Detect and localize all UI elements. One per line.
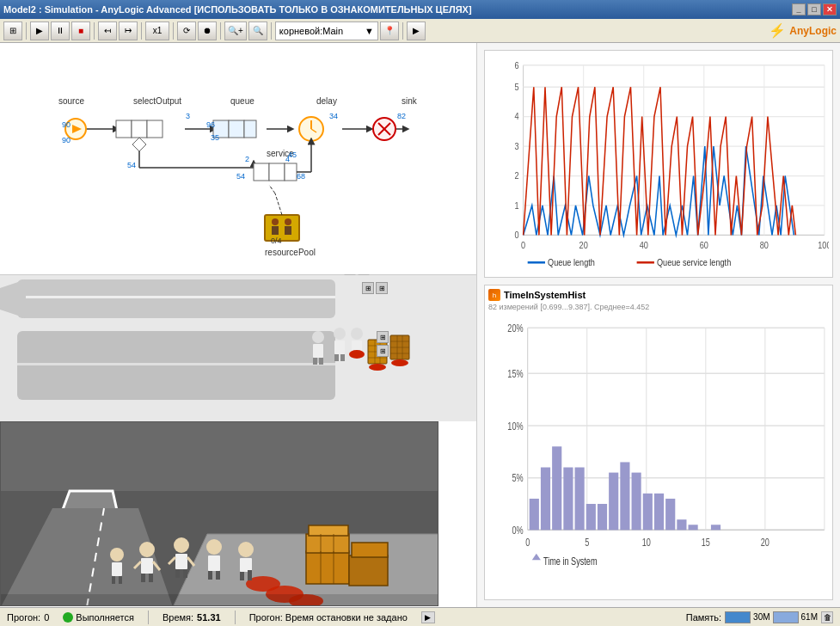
svg-text:1: 1 <box>514 200 518 211</box>
memory-status: Память: 30M 61M 🗑 <box>686 611 833 623</box>
svg-point-29 <box>272 218 279 225</box>
svg-rect-119 <box>119 576 122 584</box>
memory-label: Память: <box>686 612 721 623</box>
status-text: Выполняется <box>76 612 134 623</box>
svg-text:0%: 0% <box>512 523 523 536</box>
executing-status: Выполняется <box>63 612 134 623</box>
svg-rect-85 <box>306 534 349 553</box>
svg-text:10: 10 <box>642 535 651 548</box>
back-step-button[interactable]: ↤ <box>98 21 117 40</box>
svg-rect-23 <box>254 163 269 181</box>
maximize-button[interactable]: □ <box>807 3 821 15</box>
main-area: source selectOutput queue delay sink ser… <box>0 43 840 607</box>
svg-text:2: 2 <box>245 155 249 163</box>
speed-selector[interactable]: x1 <box>145 21 169 40</box>
svg-text:20: 20 <box>579 240 588 250</box>
svg-rect-177 <box>563 468 573 531</box>
svg-rect-92 <box>352 543 388 557</box>
histogram-title: TimeInSystemHist <box>504 290 586 300</box>
svg-text:34: 34 <box>329 112 338 120</box>
svg-rect-24 <box>269 163 285 181</box>
svg-text:40: 40 <box>640 240 648 250</box>
queue-chart: 0 1 2 3 4 5 6 0 20 40 60 80 100 <box>484 50 833 278</box>
svg-point-108 <box>206 539 222 555</box>
svg-point-116 <box>110 548 124 562</box>
3d-view[interactable] <box>0 421 438 606</box>
svg-rect-120 <box>1 594 438 606</box>
svg-text:15: 15 <box>702 535 710 548</box>
histogram-icon: h <box>488 289 500 301</box>
road-icon-3[interactable]: ⊞ <box>377 331 389 343</box>
svg-rect-186 <box>665 499 675 530</box>
titlebar: Model2 : Simulation - AnyLogic Advanced … <box>0 0 840 19</box>
play-model-button[interactable]: ▶ <box>407 21 426 40</box>
svg-rect-58 <box>340 354 345 361</box>
svg-point-55 <box>334 328 346 340</box>
svg-rect-188 <box>689 525 698 530</box>
svg-text:20: 20 <box>761 535 769 548</box>
gc-button[interactable]: 🗑 <box>821 611 833 623</box>
stop-button[interactable]: ■ <box>71 21 90 40</box>
road-icon-4[interactable]: ⊞ <box>377 345 389 357</box>
run-label: Прогон: <box>7 612 40 623</box>
pause-button[interactable]: ⏸ <box>51 21 70 40</box>
zoom-out-button[interactable]: 🔍 <box>248 21 267 40</box>
svg-text:4: 4 <box>285 155 290 163</box>
forward-step-button[interactable]: ↦ <box>119 21 138 40</box>
svg-text:96: 96 <box>206 120 215 129</box>
toolbar-separator-2 <box>94 22 95 40</box>
top-road-left <box>0 279 26 318</box>
svg-text:54: 54 <box>236 172 245 181</box>
location-button[interactable]: 📍 <box>380 21 399 40</box>
pause-sim-button[interactable]: ▶ <box>421 611 435 623</box>
time-value: 51.31 <box>197 612 221 623</box>
svg-text:60: 60 <box>700 240 708 250</box>
roads-area: ⊞ ⊞ <box>0 275 477 421</box>
svg-rect-118 <box>112 576 115 584</box>
svg-rect-99 <box>149 574 153 582</box>
svg-text:80: 80 <box>760 240 769 250</box>
svg-point-96 <box>139 542 155 557</box>
svg-rect-13 <box>244 120 256 138</box>
model-dropdown-value: корневой:Main <box>279 26 343 36</box>
svg-text:20%: 20% <box>507 321 523 334</box>
svg-point-51 <box>312 331 324 343</box>
svg-rect-7 <box>116 120 132 138</box>
close-button[interactable]: ✕ <box>823 3 837 15</box>
svg-rect-32 <box>285 226 291 235</box>
titlebar-text: Model2 : Simulation - AnyLogic Advanced … <box>3 4 472 15</box>
anylogic-logo: ⚡ AnyLogic <box>769 22 837 39</box>
toolbar-icon1[interactable]: ⊞ <box>3 21 22 40</box>
status-sep-1 <box>148 611 149 624</box>
svg-rect-52 <box>313 344 323 358</box>
svg-text:0: 0 <box>525 535 530 548</box>
svg-text:10%: 10% <box>507 419 523 432</box>
diagram-area[interactable]: source selectOutput queue delay sink ser… <box>0 43 476 275</box>
svg-rect-30 <box>272 226 279 235</box>
svg-rect-97 <box>141 558 153 574</box>
svg-text:4: 4 <box>514 112 518 122</box>
svg-text:5: 5 <box>514 82 518 92</box>
svg-rect-185 <box>654 494 664 530</box>
svg-text:5: 5 <box>585 535 589 548</box>
svg-text:90: 90 <box>62 136 71 144</box>
road-icon-2[interactable]: ⊞ <box>376 282 388 294</box>
minimize-button[interactable]: _ <box>792 3 806 15</box>
svg-rect-103 <box>175 554 187 569</box>
svg-rect-110 <box>208 571 212 580</box>
toolbar-separator-7 <box>402 22 403 40</box>
model-dropdown[interactable]: корневой:Main ▼ <box>275 21 378 40</box>
top-road-marking <box>17 296 335 298</box>
road-icon-1[interactable]: ⊞ <box>362 282 374 294</box>
zoom-in-button[interactable]: 🔍+ <box>224 21 247 40</box>
record-button[interactable]: ⏺ <box>198 21 217 40</box>
svg-rect-189 <box>711 525 720 530</box>
refresh-button[interactable]: ⟳ <box>177 21 196 40</box>
time-in-system-chart: h TimeInSystemHist 82 измерений [0.699..… <box>484 285 833 600</box>
svg-rect-178 <box>575 468 585 531</box>
svg-rect-111 <box>216 571 220 580</box>
bottom-road-marking <box>17 363 335 365</box>
run-button[interactable]: ▶ <box>30 21 49 40</box>
flow-diagram-svg: 90 90 3 96 35 45 34 82 54 2 4 54 68 0/4 <box>0 43 477 275</box>
histogram-subtitle: 82 измерений [0.699...9.387]. Среднее=4.… <box>488 303 829 311</box>
